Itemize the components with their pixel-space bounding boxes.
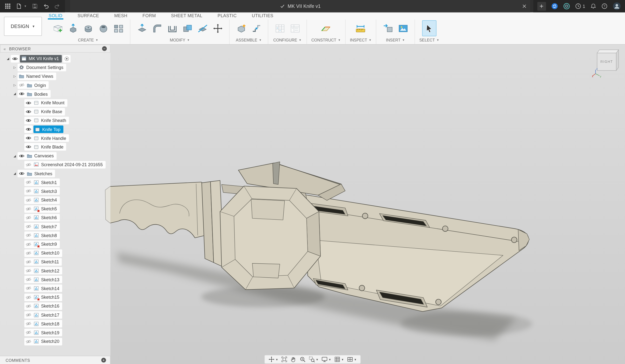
browser-node-sketch5[interactable]: Sketch5	[0, 205, 111, 213]
apps-menu-icon[interactable]	[5, 3, 11, 9]
add-comment-icon[interactable]: +	[101, 358, 106, 363]
close-document-icon[interactable]	[521, 3, 528, 10]
eye-hidden-icon[interactable]	[26, 197, 31, 203]
browser-node-knife-sheath[interactable]: Knife Sheath	[0, 116, 111, 125]
browser-node-sketch13[interactable]: Sketch13	[0, 275, 111, 284]
browser-node-origin[interactable]: ▷Origin	[0, 81, 111, 90]
browser-node-sketch20[interactable]: Sketch20	[0, 337, 111, 346]
tool-select-cursor-button[interactable]	[422, 20, 437, 36]
eye-hidden-icon[interactable]	[26, 241, 31, 247]
expander-open-icon[interactable]: ◢	[12, 92, 18, 96]
browser-node-sketch3[interactable]: Sketch3	[0, 187, 111, 196]
expander-open-icon[interactable]: ◢	[12, 172, 18, 176]
eye-hidden-icon[interactable]	[26, 268, 31, 274]
browser-node-canvases[interactable]: ◢Canvases	[0, 152, 111, 160]
document-tab[interactable]: MK VII Knife v1	[70, 0, 530, 12]
nav-pan-hand-button[interactable]	[290, 356, 297, 363]
browser-node-sketch14[interactable]: Sketch14	[0, 284, 111, 293]
tool-configuration-button[interactable]	[273, 20, 287, 36]
eye-icon[interactable]	[19, 171, 25, 177]
tool-primitive-sphere-button[interactable]	[96, 20, 110, 36]
browser-node-sketch10[interactable]: Sketch10	[0, 249, 111, 257]
avatar-icon[interactable]	[613, 2, 621, 10]
collapse-panel-icon[interactable]: «	[4, 46, 6, 51]
browser-node-sketch18[interactable]: Sketch18	[0, 319, 111, 328]
sync-status-icon[interactable]	[551, 3, 558, 10]
view-cube[interactable]: RIGHT x y z	[592, 46, 623, 78]
browser-node-sketch6[interactable]: Sketch6	[0, 213, 111, 222]
tool-move-button[interactable]	[211, 20, 225, 36]
browser-node-sketch1[interactable]: Sketch1	[0, 178, 111, 187]
eye-icon[interactable]	[26, 109, 31, 115]
tool-create-sketch-button[interactable]	[51, 20, 65, 36]
browser-node-sketch7[interactable]: Sketch7	[0, 222, 111, 231]
tab-sheet-metal[interactable]: SHEET METAL	[170, 12, 203, 19]
chevron-down-icon[interactable]: ▼	[24, 5, 27, 7]
eye-icon[interactable]	[26, 135, 31, 141]
group-dropdown-construct[interactable]: CONSTRUCT▼	[312, 37, 341, 44]
eye-hidden-icon[interactable]	[26, 206, 31, 212]
group-dropdown-assemble[interactable]: ASSEMBLE▼	[236, 37, 262, 44]
nav-fit-view-button[interactable]	[281, 356, 287, 363]
eye-icon[interactable]	[12, 56, 18, 61]
browser-node-knife-handle[interactable]: Knife Handle	[0, 134, 111, 143]
tool-fillet-button[interactable]	[150, 20, 164, 36]
browser-node-named-views[interactable]: ▷Named Views	[0, 72, 111, 81]
browser-node-sketch16[interactable]: Sketch16	[0, 302, 111, 310]
browser-node-sketch8[interactable]: Sketch8	[0, 231, 111, 240]
browser-node-sketches[interactable]: ◢Sketches	[0, 169, 111, 178]
group-dropdown-configure[interactable]: CONFIGURE▼	[273, 37, 302, 44]
eye-hidden-icon[interactable]	[26, 188, 31, 194]
tab-form[interactable]: FORM	[142, 12, 157, 19]
browser-node-bodies[interactable]: ◢Bodies	[0, 90, 111, 98]
tool-shell-button[interactable]	[165, 20, 179, 36]
account-ring-icon[interactable]	[563, 3, 570, 10]
tool-split-button[interactable]	[195, 20, 210, 36]
nav-grid-settings-button[interactable]: ▼	[334, 356, 344, 363]
expander-closed-icon[interactable]: ▷	[12, 65, 18, 69]
tool-measure-button[interactable]	[353, 20, 368, 36]
browser-node-knife-blade[interactable]: Knife Blade	[0, 143, 111, 152]
tab-utilities[interactable]: UTILITIES	[251, 12, 274, 19]
comments-bar[interactable]: COMMENTS +	[0, 356, 111, 364]
browser-node-knife-base[interactable]: Knife Base	[0, 107, 111, 116]
tab-mesh[interactable]: MESH	[113, 12, 128, 19]
group-dropdown-create[interactable]: CREATE▼	[78, 37, 98, 44]
browser-node-sketch19[interactable]: Sketch19	[0, 328, 111, 337]
group-dropdown-modify[interactable]: MODIFY▼	[170, 37, 190, 44]
expander-closed-icon[interactable]: ▷	[12, 74, 18, 78]
nav-display-settings-button[interactable]: ▼	[321, 356, 331, 363]
browser-node-sketch11[interactable]: Sketch11	[0, 257, 111, 266]
eye-hidden-icon[interactable]	[26, 321, 31, 327]
new-tab-button[interactable]	[537, 2, 546, 11]
eye-hidden-icon[interactable]	[26, 338, 31, 344]
browser-node-knife-top[interactable]: Knife Top	[0, 125, 111, 134]
group-dropdown-inspect[interactable]: INSPECT▼	[350, 37, 372, 44]
activate-radio-icon[interactable]	[64, 56, 69, 61]
eye-hidden-icon[interactable]	[26, 294, 31, 300]
group-dropdown-select[interactable]: SELECT▼	[419, 37, 439, 44]
tab-solid[interactable]: SOLID	[48, 12, 63, 19]
browser-node-sketch4[interactable]: Sketch4	[0, 196, 111, 205]
eye-hidden-icon[interactable]	[26, 232, 31, 238]
browser-node-sketch15[interactable]: Sketch15	[0, 293, 111, 302]
save-icon[interactable]	[32, 3, 38, 9]
nav-zoom-button[interactable]	[299, 356, 306, 363]
notifications-icon[interactable]	[590, 3, 596, 9]
eye-icon[interactable]	[26, 100, 31, 106]
eye-hidden-icon[interactable]	[26, 277, 31, 282]
collapse-all-icon[interactable]: −	[102, 46, 107, 51]
eye-hidden-icon[interactable]	[26, 180, 31, 185]
eye-hidden-icon[interactable]	[26, 162, 31, 168]
eye-hidden-icon[interactable]	[26, 250, 31, 256]
expander-open-icon[interactable]: ◢	[12, 154, 18, 158]
tool-configuration-table-button[interactable]	[288, 20, 302, 36]
tool-revolve-button[interactable]	[81, 20, 95, 36]
help-icon[interactable]: ?	[601, 3, 607, 9]
eye-hidden-icon[interactable]	[26, 285, 31, 291]
tab-surface[interactable]: SURFACE	[77, 12, 100, 19]
eye-hidden-icon[interactable]	[26, 215, 31, 221]
tool-press-pull-button[interactable]	[135, 20, 149, 36]
eye-hidden-icon[interactable]	[26, 330, 31, 335]
tool-new-component-button[interactable]	[234, 20, 248, 36]
